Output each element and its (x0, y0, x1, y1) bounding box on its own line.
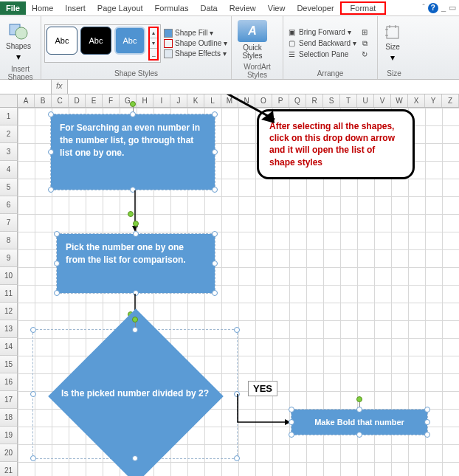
resize-handle[interactable] (356, 432, 362, 438)
resize-handle[interactable] (48, 111, 54, 117)
shape-style-gallery[interactable]: Abc Abc Abc ▴ ▾ ⎯ (44, 24, 161, 63)
col-header[interactable]: F (103, 94, 120, 107)
flowchart-process-2[interactable]: Pick the number one by one from the list… (56, 233, 215, 294)
window-restore-icon[interactable]: ▭ (449, 3, 456, 13)
col-header[interactable]: H (137, 94, 153, 107)
rotate-button[interactable]: ↻ (359, 49, 370, 60)
row-header[interactable]: 14 (0, 338, 18, 356)
shape-outline-button[interactable]: Shape Outline ▾ (164, 39, 227, 48)
shape-effects-button[interactable]: Shape Effects ▾ (164, 49, 227, 58)
style-preset-2[interactable]: Abc (80, 27, 111, 55)
row-header[interactable]: 2 (0, 125, 18, 143)
resize-handle[interactable] (212, 149, 218, 155)
rotate-handle[interactable] (128, 211, 134, 217)
col-header[interactable]: R (306, 94, 323, 107)
resize-handle[interactable] (48, 149, 54, 155)
resize-handle[interactable] (132, 327, 138, 333)
resize-handle[interactable] (48, 187, 54, 193)
resize-handle[interactable] (289, 419, 294, 425)
flowchart-decision[interactable]: Is the picked number divided by 2? (32, 329, 238, 459)
rotate-handle[interactable] (356, 396, 362, 402)
callout-annotation[interactable]: After selecting all the shapes, click on… (257, 109, 415, 179)
gallery-up-icon[interactable]: ▴ (150, 28, 157, 38)
help-icon[interactable]: ? (428, 3, 438, 13)
col-header[interactable]: Y (425, 94, 442, 107)
col-header[interactable]: B (35, 94, 52, 107)
align-button[interactable]: ⊞ (359, 27, 370, 38)
row-header[interactable]: 9 (0, 249, 18, 267)
col-header[interactable]: C (52, 94, 69, 107)
rotate-handle[interactable] (130, 101, 136, 107)
resize-handle[interactable] (212, 231, 218, 237)
resize-handle[interactable] (424, 407, 430, 413)
col-header[interactable]: Z (442, 94, 459, 107)
resize-handle[interactable] (30, 327, 36, 333)
gallery-more-icon[interactable]: ⎯ (150, 49, 157, 59)
rotate-handle[interactable] (132, 317, 138, 322)
tab-view[interactable]: View (262, 1, 291, 15)
row-header[interactable]: 16 (0, 373, 18, 391)
resize-handle[interactable] (54, 231, 60, 237)
row-header[interactable]: 6 (0, 196, 18, 214)
resize-handle[interactable] (212, 187, 218, 193)
tab-data[interactable]: Data (194, 1, 223, 15)
row-header[interactable]: 18 (0, 409, 18, 427)
row-header[interactable]: 12 (0, 303, 18, 320)
resize-handle[interactable] (356, 407, 362, 413)
tab-file[interactable]: File (0, 1, 26, 15)
resize-handle[interactable] (289, 407, 294, 413)
connector-arrow-yes[interactable] (238, 394, 292, 428)
row-header[interactable]: 20 (0, 444, 18, 462)
send-backward-button[interactable]: ▢Send Backward ▾ (286, 38, 356, 49)
resize-handle[interactable] (212, 261, 218, 266)
resize-handle[interactable] (54, 290, 60, 296)
tab-format[interactable]: Format (340, 1, 387, 15)
col-header[interactable]: V (374, 94, 391, 107)
resize-handle[interactable] (424, 432, 430, 438)
shapes-button[interactable]: Shapes▾ (3, 18, 34, 63)
resize-handle[interactable] (130, 111, 136, 117)
col-header[interactable]: T (340, 94, 357, 107)
quick-styles-button[interactable]: A Quick Styles (235, 18, 270, 61)
select-all-corner[interactable] (0, 94, 18, 107)
bring-forward-button[interactable]: ▣Bring Forward ▾ (286, 27, 356, 38)
tab-pagelayout[interactable]: Page Layout (92, 1, 149, 15)
col-header[interactable]: I (153, 94, 170, 107)
col-header[interactable]: D (69, 94, 86, 107)
minimize-ribbon-icon[interactable]: ˆ (422, 3, 425, 13)
row-header[interactable]: 1 (0, 108, 18, 125)
row-header[interactable]: 17 (0, 391, 18, 409)
resize-handle[interactable] (234, 455, 240, 461)
resize-handle[interactable] (54, 261, 60, 266)
tab-review[interactable]: Review (224, 1, 262, 15)
gallery-down-icon[interactable]: ▾ (150, 38, 157, 49)
col-header[interactable]: W (391, 94, 408, 107)
resize-handle[interactable] (30, 391, 36, 397)
style-preset-3[interactable]: Abc (114, 27, 145, 55)
col-header[interactable]: J (170, 94, 187, 107)
resize-handle[interactable] (234, 327, 240, 333)
col-header[interactable]: A (18, 94, 35, 107)
resize-handle[interactable] (133, 231, 139, 237)
col-header[interactable]: Q (289, 94, 306, 107)
style-preset-1[interactable]: Abc (46, 27, 77, 55)
selection-pane-button[interactable]: ☰Selection Pane (286, 49, 356, 60)
row-header[interactable]: 7 (0, 214, 18, 232)
row-header[interactable]: 15 (0, 356, 18, 373)
row-header[interactable]: 10 (0, 267, 18, 285)
row-header[interactable]: 11 (0, 285, 18, 303)
row-header[interactable]: 13 (0, 320, 18, 338)
row-header[interactable]: 21 (0, 462, 18, 476)
tab-developer[interactable]: Developer (291, 1, 339, 15)
row-header[interactable]: 4 (0, 161, 18, 179)
col-header[interactable]: U (357, 94, 374, 107)
resize-handle[interactable] (424, 419, 430, 425)
size-button[interactable]: Size▾ (381, 22, 404, 64)
col-header[interactable]: E (86, 94, 103, 107)
fx-icon[interactable]: fx (52, 80, 68, 94)
rotate-handle[interactable] (133, 221, 139, 227)
tab-formulas[interactable]: Formulas (149, 1, 195, 15)
flowchart-process-action[interactable]: Make Bold that number (291, 409, 428, 435)
col-header[interactable]: S (323, 94, 340, 107)
style-gallery-dropdown[interactable]: ▴ ▾ ⎯ (148, 27, 159, 61)
